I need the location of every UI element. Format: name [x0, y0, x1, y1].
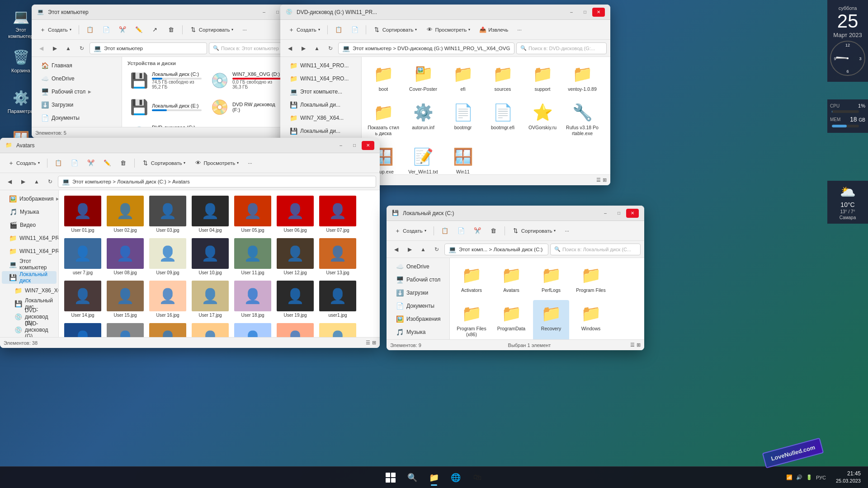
copy-button[interactable]: 📋	[83, 23, 97, 36]
avatars-sidebar-win11-2[interactable]: 📁 WIN11_X64_PRO_O...	[2, 245, 57, 258]
file-ovgorskiy[interactable]: ⭐ OVGorskiy.ru	[524, 99, 561, 140]
share-button[interactable]: ↗	[148, 23, 162, 36]
sidebar-downloads[interactable]: ⬇️ Загрузки	[33, 99, 120, 111]
avatars-refresh-button[interactable]: ↻	[44, 176, 56, 188]
thumb-item[interactable]: 👤user 7.jpg	[62, 236, 103, 277]
folder-program-files[interactable]: 📁 Program Files	[573, 262, 609, 296]
taskbar-search-button[interactable]: 🔍	[403, 469, 421, 487]
back-button[interactable]: ◀	[35, 42, 47, 54]
rename-button[interactable]: ✏️	[132, 23, 146, 36]
dvd-minimize-button[interactable]: –	[565, 8, 578, 17]
file-bootmgr[interactable]: 📄 bootmgr	[445, 99, 481, 140]
address-path-dvd[interactable]: 💻 Этот компьютер > DVD-дисковод (G:) WIN…	[338, 42, 514, 54]
file-ver-win11[interactable]: 📝 Ver_Win11.txt	[405, 143, 441, 174]
avatars-close-button[interactable]: ✕	[362, 141, 374, 150]
local-c-grid-view[interactable]: ⊞	[637, 342, 641, 348]
folder-perflogs[interactable]: 📁 PerfLogs	[533, 262, 569, 296]
folder-avatars[interactable]: 📁 Avatars	[493, 262, 529, 296]
sidebar-desktop[interactable]: 🖥️ Рабочий стол ▶	[33, 85, 120, 98]
folder-support[interactable]: 📁 support	[524, 61, 561, 95]
file-bootmgr-efi[interactable]: 📄 bootmgr.efi	[485, 99, 521, 140]
avatars-sidebar-computer[interactable]: 💻 Этот компьютер	[2, 258, 57, 271]
thumb-item[interactable]: 👤User 09.jpg	[147, 236, 188, 277]
sidebar-home[interactable]: 🏠 Главная	[33, 59, 120, 72]
avatars-list-view[interactable]: ☰	[366, 340, 370, 346]
thumb-item[interactable]: 👤User 14.jpg	[62, 279, 103, 319]
folder-efi[interactable]: 📁 efi	[445, 61, 481, 95]
dvd-copy-button[interactable]: 📋	[331, 23, 346, 36]
drive-e[interactable]: 💾 Локальный диск (E:)	[127, 96, 204, 118]
thumb-item[interactable]: 👤User 19.jpg	[275, 279, 316, 319]
cut-button[interactable]: ✂️	[115, 23, 130, 36]
dvd-sidebar-win11-1[interactable]: 📁 WIN11_X64_PRO...	[282, 59, 359, 72]
dvd-create-button[interactable]: ＋ Создать ▾	[284, 23, 324, 36]
address-path-computer[interactable]: 💻 Этот компьютер	[90, 42, 207, 54]
local-c-up[interactable]: ▲	[417, 244, 429, 255]
dvd-list-view[interactable]: ☰	[596, 177, 601, 183]
thumb-item[interactable]: 👤User 05.jpg	[232, 194, 273, 235]
dvd-close-button[interactable]: ✕	[592, 8, 605, 17]
address-path-local-c[interactable]: 💻 Этот комп... > Локальный диск (C:)	[444, 244, 548, 255]
dvd-view-button[interactable]: 👁 Просмотреть ▾	[422, 23, 474, 36]
thumb-item[interactable]: 👤User 13.jpg	[317, 236, 358, 277]
search-box-dvd[interactable]: 🔍 Поиск в: DVD-дисковод (G:...	[516, 42, 607, 54]
avatars-sidebar-dvd2[interactable]: 💿 DVD-дисковод (G)	[2, 324, 57, 336]
avatars-rename-button[interactable]: ✏️	[100, 157, 114, 169]
drive-f[interactable]: 📀 DVD RW дисковод (F:)	[208, 96, 285, 118]
avatars-cut-button[interactable]: ✂️	[84, 157, 98, 169]
taskbar-start-button[interactable]	[382, 469, 400, 487]
file-rufus[interactable]: 🔧 Rufus v3.18 Portable.exe	[564, 99, 600, 140]
local-c-back[interactable]: ◀	[390, 244, 402, 255]
sidebar-onedrive[interactable]: ☁️ OneDrive	[33, 72, 120, 85]
dvd-forward-button[interactable]: ▶	[297, 42, 309, 54]
local-c-sidebar-documents[interactable]: 📄 Документы	[388, 300, 448, 312]
thumb-item[interactable]: 👤img28.jpg	[317, 321, 358, 337]
taskbar-store-button[interactable]: 🛍	[468, 469, 486, 487]
dvd-up-button[interactable]: ▲	[311, 42, 323, 54]
local-c-sidebar-downloads[interactable]: ⬇️ Загрузки	[388, 286, 448, 299]
local-c-close[interactable]: ✕	[626, 209, 639, 218]
folder-programdata[interactable]: 📁 ProgramData	[493, 300, 529, 339]
thumb-item[interactable]: 👤User 12.jpg	[275, 236, 316, 277]
folder-activators[interactable]: 📁 Activators	[453, 262, 490, 296]
folder-program-files-(x86)[interactable]: 📁 Program Files (x86)	[453, 300, 490, 339]
file-autorun[interactable]: ⚙️ autorun.inf	[405, 99, 441, 140]
thumb-item[interactable]: 👤user3.jpg	[105, 321, 146, 337]
thumb-item[interactable]: 👤img25.jpg	[190, 321, 231, 337]
avatars-sidebar-video[interactable]: 🎬 Видео	[2, 219, 57, 231]
thumb-item[interactable]: 👤User 01.jpg	[62, 194, 103, 235]
avatars-up-button[interactable]: ▲	[31, 176, 42, 188]
thumb-item[interactable]: 👤User 10.jpg	[190, 236, 231, 277]
drive-d[interactable]: 💿 WIN7_X86_OVG (D:) 0,0 ГБ свободно из 3…	[208, 69, 285, 92]
dvd-extract-button[interactable]: 📤 Извлечь	[476, 23, 512, 36]
thumb-item[interactable]: 👤User 08.jpg	[105, 236, 146, 277]
file-win11-icon[interactable]: 🪟 Win11	[445, 143, 481, 174]
dvd-sidebar-computer[interactable]: 💻 Этот компьюте...	[282, 85, 359, 98]
up-button[interactable]: ▲	[62, 42, 74, 54]
local-c-refresh[interactable]: ↻	[431, 244, 443, 255]
taskbar-explorer-button[interactable]: 📁	[425, 469, 443, 487]
local-c-sidebar-music[interactable]: 🎵 Музыка	[388, 326, 448, 338]
sort-button[interactable]: ⇅ Сортировать ▾	[186, 23, 237, 36]
thumb-item[interactable]: 👤User 16.jpg	[147, 279, 188, 319]
avatars-sidebar-images[interactable]: 🖼️ Изображения ▶	[2, 192, 57, 205]
thumb-item[interactable]: 👤user2.jpg	[62, 321, 103, 337]
folder-boot[interactable]: 📁 boot	[365, 61, 401, 95]
local-c-sidebar-images[interactable]: 🖼️ Изображения	[388, 313, 448, 325]
minimize-button[interactable]: –	[258, 8, 270, 17]
folder-windows[interactable]: 📁 Windows	[573, 300, 609, 339]
avatars-back-button[interactable]: ◀	[4, 176, 15, 188]
thumb-item[interactable]: 👤user1.jpg	[317, 279, 358, 319]
local-c-paste-button[interactable]: 📄	[454, 225, 468, 237]
local-c-list-view[interactable]: ☰	[630, 342, 635, 348]
local-c-forward[interactable]: ▶	[404, 244, 415, 255]
thumb-item[interactable]: 👤User 15.jpg	[105, 279, 146, 319]
thumb-item[interactable]: 👤User 02.jpg	[105, 194, 146, 235]
thumb-item[interactable]: 👤img26.jpg	[232, 321, 273, 337]
local-c-copy-button[interactable]: 📋	[438, 225, 452, 237]
thumb-item[interactable]: 👤User 06.jpg	[275, 194, 316, 235]
dvd-paste-button[interactable]: 📄	[348, 23, 362, 36]
avatars-view-button[interactable]: 👁 Просмотреть ▾	[191, 157, 242, 169]
local-c-more-button[interactable]: ···	[561, 225, 573, 237]
address-path-avatars[interactable]: 💻 Этот компьютер > Локальный диск (C:) >…	[58, 176, 376, 188]
